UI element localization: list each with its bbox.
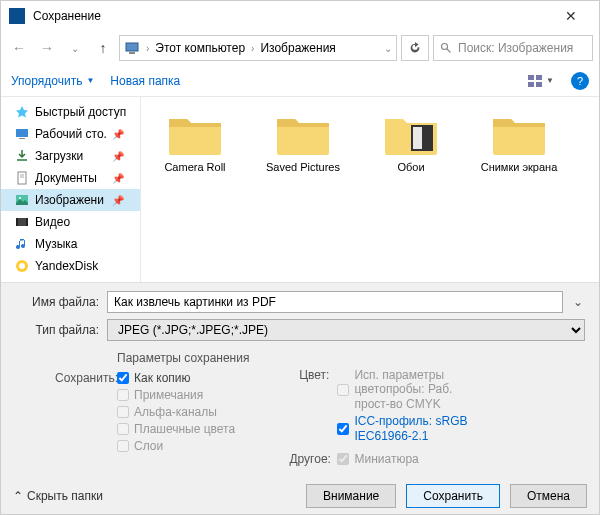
layers-checkbox: Слои: [117, 439, 235, 453]
svg-rect-6: [528, 82, 534, 87]
pictures-icon: [15, 193, 29, 207]
view-mode-button[interactable]: ▼: [527, 70, 555, 92]
svg-rect-16: [16, 218, 18, 226]
folder-item[interactable]: Снимки экрана: [479, 111, 559, 174]
organize-button[interactable]: Упорядочить ▼: [11, 74, 94, 88]
spot-checkbox: Плашечные цвета: [117, 422, 235, 436]
thumbnail-checkbox: Миниатюра: [337, 452, 418, 466]
svg-rect-1: [129, 52, 135, 54]
hide-folders-button[interactable]: ⌃ Скрыть папки: [13, 489, 103, 503]
sidebar-item-downloads[interactable]: Загрузки📌: [1, 145, 140, 167]
sidebar-item-music[interactable]: Музыка: [1, 233, 140, 255]
filetype-label: Тип файла:: [15, 323, 99, 337]
window-title: Сохранение: [33, 9, 551, 23]
search-icon: [440, 42, 452, 54]
history-dropdown[interactable]: [63, 36, 87, 60]
breadcrumb[interactable]: › Этот компьютер › Изображения: [119, 35, 397, 61]
folder-item[interactable]: Saved Pictures: [263, 111, 343, 174]
folder-open-icon: [383, 111, 439, 157]
folder-icon: [167, 111, 223, 157]
svg-line-3: [447, 49, 451, 53]
proof-checkbox: Исп. параметры цветопробы: Раб. прост-во…: [337, 368, 487, 411]
other-label: Другое:: [289, 452, 329, 466]
back-button[interactable]: [7, 36, 31, 60]
svg-rect-8: [16, 129, 28, 137]
filename-input[interactable]: [107, 291, 563, 313]
chevron-down-icon[interactable]: [384, 41, 392, 55]
sidebar-item-documents[interactable]: Документы📌: [1, 167, 140, 189]
file-list[interactable]: Camera Roll Saved Pictures Обои Снимки э…: [141, 97, 599, 282]
folder-item[interactable]: Обои: [371, 111, 451, 174]
search-placeholder: Поиск: Изображения: [458, 41, 573, 55]
warning-button[interactable]: Внимание: [306, 484, 396, 508]
svg-rect-7: [536, 82, 542, 87]
search-input[interactable]: Поиск: Изображения: [433, 35, 593, 61]
as-copy-checkbox[interactable]: Как копию: [117, 371, 235, 385]
music-icon: [15, 237, 29, 251]
svg-point-14: [19, 197, 21, 199]
sidebar-item-desktop[interactable]: Рабочий сто.📌: [1, 123, 140, 145]
filetype-select[interactable]: JPEG (*.JPG;*.JPEG;*.JPE): [107, 319, 585, 341]
save-button[interactable]: Сохранить: [406, 484, 500, 508]
sidebar-item-yandex[interactable]: YandexDisk: [1, 255, 140, 277]
video-icon: [15, 215, 29, 229]
svg-rect-9: [19, 138, 25, 139]
folder-icon: [491, 111, 547, 157]
help-button[interactable]: ?: [571, 72, 589, 90]
folder-icon: [275, 111, 331, 157]
svg-point-2: [442, 44, 448, 50]
svg-rect-10: [18, 172, 26, 184]
breadcrumb-current[interactable]: Изображения: [260, 41, 335, 55]
alpha-checkbox: Альфа-каналы: [117, 405, 235, 419]
params-header: Параметры сохранения: [117, 351, 249, 365]
cancel-button[interactable]: Отмена: [510, 484, 587, 508]
filename-label: Имя файла:: [15, 295, 99, 309]
chevron-up-icon: ⌃: [13, 489, 23, 503]
documents-icon: [15, 171, 29, 185]
svg-rect-5: [536, 75, 542, 80]
downloads-icon: [15, 149, 29, 163]
breadcrumb-root[interactable]: Этот компьютер: [155, 41, 245, 55]
svg-rect-21: [413, 127, 422, 149]
svg-rect-4: [528, 75, 534, 80]
sidebar-item-google[interactable]: Google Диск: [1, 277, 140, 282]
forward-button: [35, 36, 59, 60]
refresh-button[interactable]: [401, 35, 429, 61]
svg-point-19: [19, 263, 25, 269]
sidebar-item-video[interactable]: Видео: [1, 211, 140, 233]
icc-checkbox[interactable]: ICC-профиль: sRGB IEC61966-2.1: [337, 414, 487, 443]
chevron-right-icon: ›: [251, 43, 254, 54]
yandex-icon: [15, 259, 29, 273]
star-icon: [15, 105, 29, 119]
chevron-down-icon[interactable]: ⌄: [571, 295, 585, 309]
up-button[interactable]: [91, 36, 115, 60]
pc-icon: [124, 40, 140, 56]
sidebar-item-pictures[interactable]: Изображени📌: [1, 189, 140, 211]
desktop-icon: [15, 127, 29, 141]
close-button[interactable]: ✕: [551, 8, 591, 24]
chevron-right-icon: ›: [146, 43, 149, 54]
new-folder-button[interactable]: Новая папка: [110, 74, 180, 88]
folder-item[interactable]: Camera Roll: [155, 111, 235, 174]
svg-rect-17: [26, 218, 28, 226]
notes-checkbox: Примечания: [117, 388, 235, 402]
save-as-label: Сохранить:: [55, 371, 109, 453]
sidebar: Быстрый доступ Рабочий сто.📌 Загрузки📌 Д…: [1, 97, 141, 282]
color-label: Цвет:: [289, 368, 329, 443]
sidebar-item-quickaccess[interactable]: Быстрый доступ: [1, 101, 140, 123]
google-drive-icon: [15, 281, 29, 282]
app-icon: [9, 8, 25, 24]
svg-rect-0: [126, 43, 138, 51]
